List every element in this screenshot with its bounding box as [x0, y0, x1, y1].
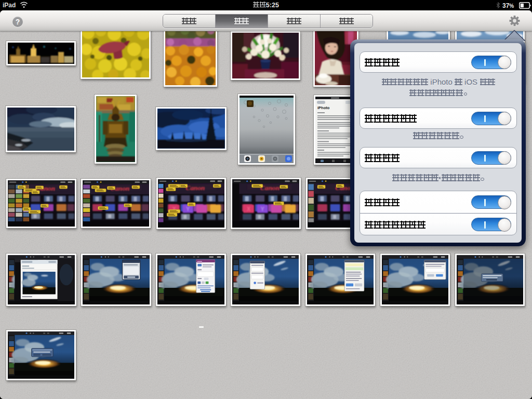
- svg-text:X: X: [247, 206, 250, 212]
- svg-text:Y: Y: [261, 206, 264, 212]
- svg-text:Y: Y: [186, 206, 190, 212]
- svg-text:iPhoto: iPhoto: [317, 105, 330, 110]
